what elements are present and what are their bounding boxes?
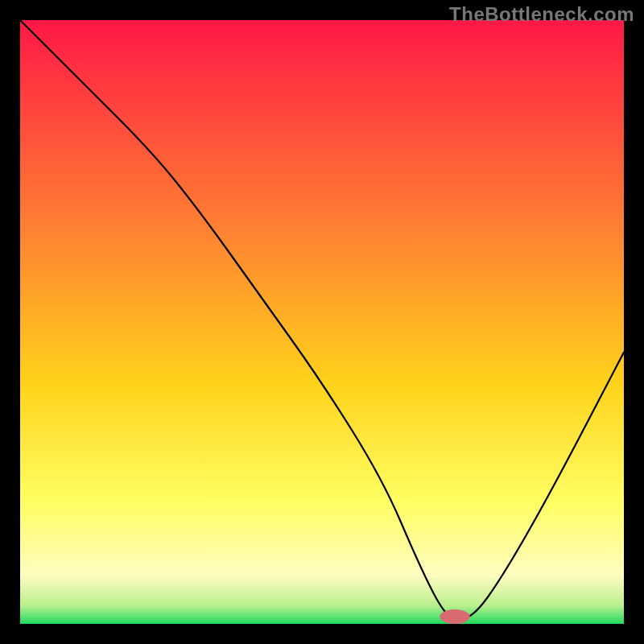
chart-frame: TheBottleneck.com bbox=[0, 0, 644, 644]
plot-area bbox=[20, 20, 624, 624]
optimal-marker bbox=[440, 609, 470, 624]
watermark-text: TheBottleneck.com bbox=[449, 3, 634, 26]
chart-svg bbox=[20, 20, 624, 624]
